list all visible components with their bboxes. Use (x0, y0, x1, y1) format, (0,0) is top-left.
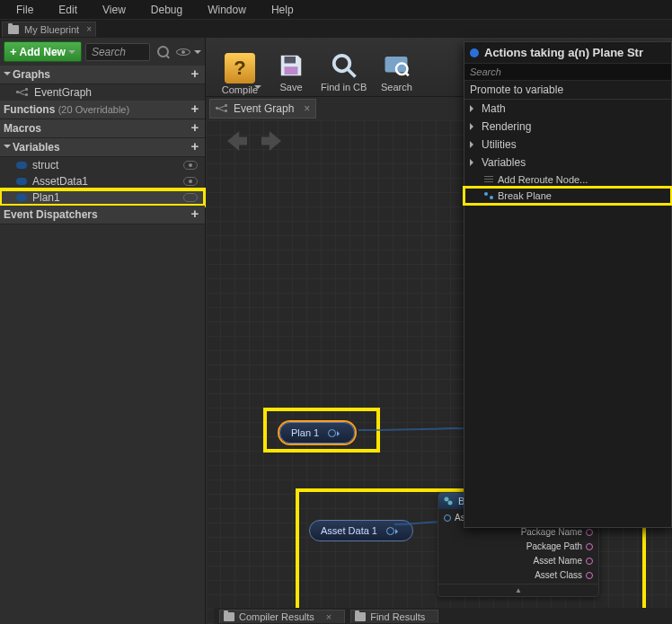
variable-struct[interactable]: struct (0, 157, 205, 173)
variable-struct-label: struct (32, 159, 58, 171)
category-functions-label: Functions (4, 103, 55, 116)
category-event-dispatchers[interactable]: Event Dispatchers + (0, 206, 205, 224)
category-graphs-label: Graphs (13, 68, 50, 81)
context-category-variables[interactable]: Variables (464, 154, 671, 171)
add-function-icon[interactable]: + (189, 103, 201, 116)
toolbar-save[interactable]: Save (269, 48, 314, 94)
tab-find-results[interactable]: Find Results (350, 610, 438, 623)
tab-close-icon[interactable]: × (86, 24, 92, 34)
context-menu-title: Actions taking a(n) Plane Str (484, 46, 643, 59)
node-plan1[interactable]: Plan 1 (279, 422, 355, 444)
add-event-dispatcher-icon[interactable]: + (189, 208, 201, 221)
blueprint-search-input[interactable]: Search (85, 43, 150, 61)
category-functions[interactable]: Functions (20 Overridable) + (0, 101, 205, 119)
tab-event-graph[interactable]: Event Graph × (209, 99, 316, 119)
svg-point-7 (445, 497, 449, 502)
context-item-promote[interactable]: Promote to variable (464, 81, 671, 99)
add-variable-icon[interactable]: + (189, 141, 201, 154)
pin-output-asset-name[interactable]: Asset Name (534, 556, 593, 566)
nav-forward-icon[interactable] (261, 131, 281, 151)
category-macros[interactable]: Macros + (0, 119, 205, 138)
pin-output-asset-class[interactable]: Asset Class (535, 570, 593, 580)
pin-output-package-name[interactable]: Package Name (521, 527, 593, 537)
toolbar-search-label: Search (381, 82, 412, 92)
blueprint-icon (8, 25, 19, 34)
add-graph-icon[interactable]: + (189, 68, 201, 81)
find-in-cb-icon (329, 50, 359, 81)
menu-file[interactable]: File (4, 2, 46, 18)
svg-rect-1 (285, 66, 298, 75)
context-menu-search-input[interactable]: Search (464, 63, 671, 81)
tab-my-blueprint-label: My Blueprint (24, 24, 79, 35)
variable-assetdata1[interactable]: AssetData1 (0, 173, 205, 189)
node-expand-icon[interactable]: ▲ (438, 584, 598, 596)
svg-line-6 (405, 73, 409, 76)
find-results-icon (355, 612, 366, 621)
break-node-icon (444, 497, 453, 505)
node-plan1-output-pin[interactable] (328, 429, 336, 437)
node-assetdata1[interactable]: Asset Data 1 (309, 520, 413, 541)
add-new-label: Add New (20, 46, 66, 58)
visibility-toggle-icon[interactable] (176, 48, 190, 56)
category-graphs[interactable]: Graphs + (0, 66, 205, 84)
category-variables[interactable]: Variables + (0, 138, 205, 157)
menu-edit[interactable]: Edit (46, 2, 90, 18)
break-plane-icon (484, 192, 493, 199)
panel-tab-row: My Blueprint × (0, 20, 672, 38)
plan1-visibility-icon[interactable] (183, 193, 198, 202)
search-icon[interactable] (157, 46, 169, 57)
reroute-icon (484, 176, 493, 183)
category-macros-label: Macros (4, 122, 41, 135)
menu-window[interactable]: Window (195, 2, 259, 18)
menu-view[interactable]: View (90, 2, 138, 18)
variable-assetdata1-label: AssetData1 (32, 175, 88, 188)
eventgraph-icon (16, 88, 29, 97)
context-category-math[interactable]: Math (464, 100, 671, 118)
tab-compiler-results[interactable]: Compiler Results × (219, 610, 345, 623)
nav-back-icon[interactable] (227, 131, 247, 151)
graph-item-eventgraph[interactable]: EventGraph (0, 84, 205, 101)
assetdata1-visibility-icon[interactable] (183, 177, 198, 186)
variable-plan1-label: Plan1 (32, 191, 60, 204)
eventgraph-label: EventGraph (34, 86, 92, 99)
save-icon (276, 50, 306, 81)
tab-event-graph-close-icon[interactable]: × (304, 102, 310, 115)
compile-chevron-icon (254, 85, 261, 92)
toolbar-search[interactable]: Search (374, 48, 419, 94)
category-event-dispatchers-label: Event Dispatchers (4, 208, 98, 221)
category-variables-label: Variables (13, 141, 60, 154)
bottom-tab-row: Compiler Results × Find Results (214, 608, 672, 624)
add-macro-icon[interactable]: + (189, 122, 201, 135)
node-assetdata1-label: Asset Data 1 (321, 525, 377, 536)
context-menu-actions: Actions taking a(n) Plane Str Search Pro… (464, 41, 672, 528)
svg-point-2 (333, 56, 349, 72)
plan1-pill-icon (16, 194, 27, 201)
toolbar-compile[interactable]: ? Compile (213, 51, 267, 94)
toolbar-find-in-cb-label: Find in CB (321, 82, 367, 92)
context-category-utilities[interactable]: Utilities (464, 136, 671, 154)
toolbar-find-in-cb[interactable]: Find in CB (315, 48, 372, 94)
context-item-break-plane[interactable]: Break Plane (464, 188, 671, 204)
menu-bar: File Edit View Debug Window Help (0, 0, 672, 20)
context-item-add-reroute[interactable]: Add Reroute Node... (464, 171, 671, 188)
struct-pill-icon (16, 162, 27, 169)
menu-help[interactable]: Help (259, 2, 306, 18)
svg-point-8 (448, 501, 453, 505)
my-blueprint-panel: + Add New Search Graphs + EventGraph Fun… (0, 38, 206, 624)
menu-debug[interactable]: Debug (138, 2, 195, 18)
compiler-results-icon (224, 612, 234, 621)
node-assetdata1-output-pin[interactable] (386, 527, 394, 535)
tab-compiler-close-icon[interactable]: × (326, 611, 332, 622)
context-category-rendering[interactable]: Rendering (464, 118, 671, 136)
pin-output-package-path[interactable]: Package Path (526, 541, 593, 551)
tab-compiler-results-label: Compiler Results (239, 611, 314, 622)
tab-my-blueprint[interactable]: My Blueprint × (2, 22, 96, 37)
functions-overridable-count: (20 Overridable) (58, 104, 129, 115)
toolbar-compile-label: Compile (222, 84, 258, 95)
event-graph-icon (216, 104, 228, 113)
add-new-button[interactable]: + Add New (4, 41, 82, 62)
toolbar-save-label: Save (279, 82, 302, 92)
assetdata1-pill-icon (16, 178, 27, 185)
struct-visibility-icon[interactable] (183, 161, 198, 170)
variable-plan1[interactable]: Plan1 (0, 189, 205, 206)
